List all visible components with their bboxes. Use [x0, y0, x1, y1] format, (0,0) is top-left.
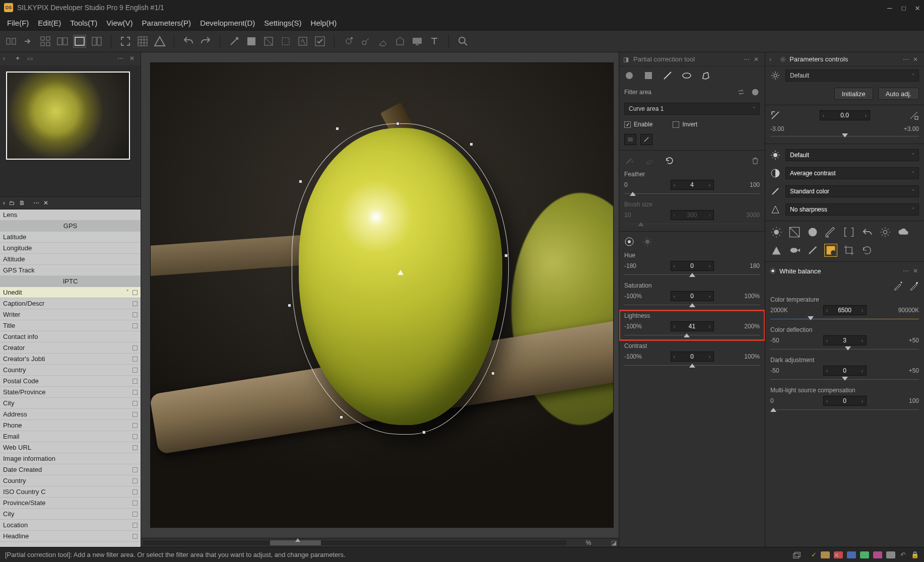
toolbar-levels-icon[interactable]: [297, 35, 309, 47]
toolbar-loupe-icon[interactable]: [457, 35, 469, 47]
left-menu-icon[interactable]: ⋯: [117, 55, 125, 63]
status-color-3[interactable]: [847, 551, 856, 558]
selection-handle[interactable]: [336, 127, 339, 130]
toolbar-export-icon[interactable]: [394, 35, 406, 47]
fit-screen-icon[interactable]: ◪: [609, 539, 619, 546]
brush-add-icon[interactable]: [624, 156, 634, 166]
panel-prev-icon[interactable]: ›: [769, 56, 776, 63]
filter-world-icon[interactable]: [751, 88, 760, 97]
selection-handle[interactable]: [422, 431, 426, 434]
tg-crop-icon[interactable]: [843, 244, 855, 256]
status-stack-icon[interactable]: [792, 550, 801, 559]
preset-select[interactable]: Default˅: [785, 69, 919, 82]
eyedropper-multi-icon[interactable]: [909, 281, 919, 291]
status-color-1[interactable]: [821, 551, 830, 558]
selection-handle[interactable]: [470, 143, 473, 146]
meta-unedit[interactable]: Unedit: [3, 287, 122, 298]
wb-preset-select[interactable]: Default˅: [785, 149, 919, 161]
status-color-4[interactable]: [860, 551, 869, 558]
saturation-slider[interactable]: Saturation -100% ‹0› 100%: [619, 280, 765, 310]
toolbar-brush-square-icon[interactable]: [245, 35, 257, 47]
tg-circle-icon[interactable]: [807, 226, 819, 238]
menu-development[interactable]: Development(D): [197, 17, 258, 29]
tool-gradient-icon[interactable]: [643, 71, 653, 81]
tool-brush-icon[interactable]: [663, 71, 673, 81]
color-deflection-slider[interactable]: Color deflection -50 ‹3› +50: [765, 324, 924, 355]
sharpness-preset-select[interactable]: No sharpness˅: [785, 203, 919, 216]
lightness-slider[interactable]: Lightness -100% ‹41› 200%: [619, 310, 765, 340]
panel-close-icon[interactable]: ✕: [913, 267, 920, 274]
status-check-icon[interactable]: ✓: [811, 551, 817, 558]
eyedropper-add-icon[interactable]: [893, 281, 903, 291]
left-star-icon[interactable]: ✦: [15, 55, 23, 63]
filter-area-select[interactable]: Curve area 1˅: [624, 103, 760, 115]
tg-undo-icon[interactable]: [861, 226, 873, 238]
toolbar-grid3-icon[interactable]: [137, 35, 149, 47]
selection-handle[interactable]: [288, 304, 291, 307]
toolbar-rect-select-icon[interactable]: [262, 35, 275, 47]
tg-cloud-icon[interactable]: [897, 226, 909, 238]
contrast-preset-select[interactable]: Average contrast˅: [785, 167, 919, 179]
left-folder-icon[interactable]: 🗀: [9, 199, 15, 206]
stepper-up-icon[interactable]: ›: [706, 182, 713, 188]
tool-circle-icon[interactable]: [624, 71, 634, 81]
auto-adj-button[interactable]: Auto adj.: [878, 88, 919, 100]
color-temp-slider[interactable]: Color temperature 2000K ‹6500› 90000K: [765, 294, 924, 324]
tg-rotate-icon[interactable]: [861, 244, 873, 256]
toolbar-eraser-icon[interactable]: [377, 35, 389, 47]
meta-unedit-box[interactable]: [133, 290, 138, 295]
tool-ellipse-icon[interactable]: [682, 71, 692, 81]
toolbar-check-icon[interactable]: [314, 35, 326, 47]
left-menu2-icon[interactable]: ⋯: [33, 199, 39, 206]
toolbar-arrow-icon[interactable]: [22, 35, 34, 47]
menu-parameters[interactable]: Parameters(P): [139, 17, 194, 29]
status-color-6[interactable]: [886, 551, 895, 558]
gear-icon[interactable]: [770, 71, 780, 81]
zoom-scrollbar[interactable]: % ◪: [141, 538, 619, 547]
selection-handle[interactable]: [299, 180, 302, 183]
close-button[interactable]: ✕: [915, 3, 920, 13]
multi-light-slider[interactable]: Multi-light source compensation 0 ‹0› 10…: [765, 385, 924, 415]
toolbar-warning-icon[interactable]: [154, 35, 166, 47]
toolbar-text-icon[interactable]: [428, 35, 440, 47]
tg-bracket-icon[interactable]: [843, 226, 855, 238]
tg-gear-icon[interactable]: [879, 226, 891, 238]
toolbar-fullscreen-icon[interactable]: [119, 35, 131, 47]
panel-close-icon[interactable]: ✕: [913, 56, 920, 63]
left-doc-icon[interactable]: 🗎: [19, 199, 25, 206]
enable-checkbox[interactable]: ✓Enable: [624, 121, 652, 128]
metadata-list[interactable]: Lens GPS Latitude Longitude Altitude GPS…: [0, 209, 141, 547]
status-lock-icon[interactable]: 🔒: [911, 551, 919, 558]
image-canvas[interactable]: [150, 62, 614, 528]
menu-file[interactable]: File(F): [4, 17, 32, 29]
panel-menu-icon[interactable]: ⋯: [903, 56, 910, 63]
menu-edit[interactable]: Edit(E): [35, 17, 64, 29]
mode-color-icon[interactable]: [624, 237, 634, 247]
tool-polygon-icon[interactable]: [701, 71, 711, 81]
tg-sun-icon[interactable]: [770, 226, 782, 238]
left-close2-icon[interactable]: ✕: [43, 199, 48, 206]
left-prev-icon[interactable]: ‹: [3, 55, 11, 63]
tg-brush2-icon[interactable]: [807, 244, 819, 256]
toolbar-wand-icon[interactable]: [228, 35, 240, 47]
invert-checkbox[interactable]: Invert: [673, 121, 697, 128]
toolbar-undo-icon[interactable]: [182, 35, 194, 47]
feather-slider[interactable]: Feather 0 ‹4› 100: [619, 169, 765, 199]
tg-partial-icon[interactable]: [825, 244, 837, 256]
trash-icon[interactable]: [751, 156, 760, 165]
menu-view[interactable]: View(V): [103, 17, 136, 29]
toolbar-gear-share-icon[interactable]: [360, 35, 372, 47]
minimize-button[interactable]: —: [887, 3, 892, 13]
tg-pen-icon[interactable]: [825, 226, 837, 238]
filter-swap-icon[interactable]: [737, 88, 746, 97]
tg-histogram-icon[interactable]: [788, 226, 801, 238]
toolbar-single-view-icon[interactable]: [74, 35, 86, 47]
status-color-2[interactable]: ✕: [834, 551, 843, 558]
toolbar-gear-star-icon[interactable]: [343, 35, 355, 47]
left-card-icon[interactable]: ▭: [27, 55, 35, 63]
mode-sun-icon[interactable]: [642, 237, 652, 247]
color-preset-select[interactable]: Standard color˅: [785, 185, 919, 197]
status-color-5[interactable]: [873, 551, 882, 558]
brush-erase-icon[interactable]: [644, 156, 654, 166]
contrast-slider[interactable]: Contrast -100% ‹0› 100%: [619, 340, 765, 371]
